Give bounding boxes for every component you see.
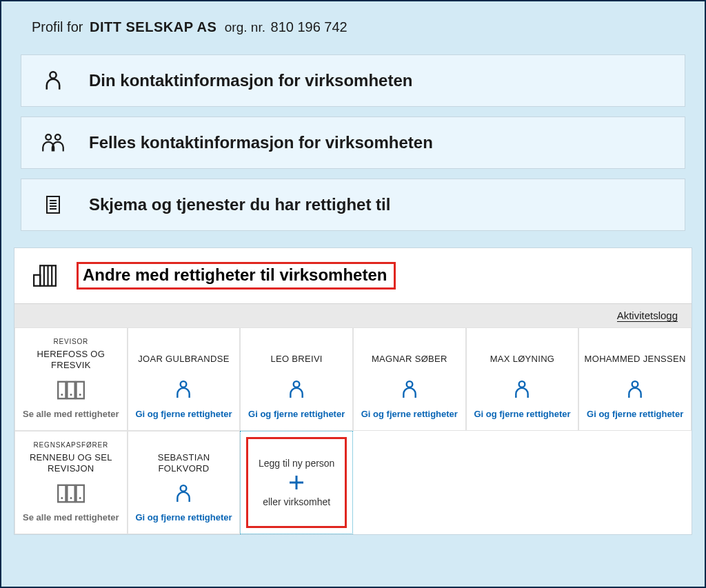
card-action-link[interactable]: Se alle med rettigheter — [23, 409, 119, 419]
org-number: 810 196 742 — [271, 19, 347, 34]
rights-card[interactable]: REVISORHEREFOSS OG FRESVIKSe alle med re… — [14, 327, 128, 431]
person-icon — [41, 70, 65, 91]
person-icon — [401, 374, 418, 405]
add-line2: eller virksomhet — [263, 496, 330, 507]
card-action-link[interactable]: Gi og fjerne rettigheter — [248, 409, 345, 419]
card-name: LEO BREIVI — [271, 349, 323, 369]
card-name: SEBASTIAN FOLKVORD — [132, 452, 236, 475]
rights-card[interactable]: MAX LØYNINGGi og fjerne rettigheter — [466, 327, 579, 431]
org-number-label: org. nr. — [225, 20, 265, 34]
card-role: REVISOR — [54, 338, 89, 346]
card-action-link[interactable]: Gi og fjerne rettigheter — [587, 409, 683, 419]
section-title-highlight: Andre med rettigheter til virksomheten — [77, 262, 396, 290]
panel-label: Felles kontaktinformasjon for virksomhet… — [89, 133, 433, 152]
section-title: Andre med rettigheter til virksomheten — [83, 265, 387, 284]
add-person-or-org[interactable]: Legg til ny personeller virksomhet — [240, 431, 353, 534]
plus-icon — [287, 473, 306, 492]
card-action-link[interactable]: Gi og fjerne rettigheter — [474, 409, 570, 419]
card-name: HEREFOSS OG FRESVIK — [19, 349, 123, 372]
rights-card[interactable]: JOAR GULBRANDSEGi og fjerne rettigheter — [128, 327, 241, 431]
panel-forms-rights[interactable]: Skjema og tjenester du har rettighet til — [21, 179, 685, 231]
card-name: JOAR GULBRANDSE — [138, 349, 229, 369]
card-action-link[interactable]: Gi og fjerne rettigheter — [361, 409, 458, 419]
card-name: MAX LØYNING — [490, 349, 555, 369]
profile-header: Profil for DITT SELSKAP AS org. nr. 810 … — [32, 19, 691, 35]
books-icon — [55, 479, 87, 509]
card-name: MOHAMMED JENSSEN — [585, 349, 686, 369]
activity-log-link[interactable]: Aktivitetslogg — [617, 310, 678, 322]
building-icon — [31, 264, 61, 287]
company-name: DITT SELSKAP AS — [90, 19, 216, 34]
books-icon — [55, 376, 87, 405]
profile-prefix: Profil for — [32, 19, 83, 34]
rights-card[interactable]: LEO BREIVIGi og fjerne rettigheter — [240, 327, 353, 431]
card-name: RENNEBU OG SEL REVISJON — [19, 452, 123, 475]
card-name: MAGNAR SØBER — [372, 349, 447, 369]
rights-card[interactable]: REGNSKAPSFØRERRENNEBU OG SEL REVISJONSe … — [14, 431, 128, 534]
panel-shared-contact[interactable]: Felles kontaktinformasjon for virksomhet… — [21, 116, 685, 169]
section-toolbar: Aktivitetslogg — [14, 303, 692, 327]
people-icon — [41, 132, 65, 153]
panel-own-contact[interactable]: Din kontaktinformasjon for virksomheten — [21, 54, 685, 107]
person-icon — [513, 374, 531, 405]
person-icon — [288, 374, 305, 405]
document-icon — [41, 194, 65, 215]
card-action-link[interactable]: Gi og fjerne rettigheter — [135, 409, 232, 419]
panel-label: Din kontaktinformasjon for virksomheten — [89, 71, 412, 90]
card-action-link[interactable]: Se alle med rettigheter — [23, 512, 119, 523]
person-icon — [626, 374, 644, 405]
person-icon — [174, 374, 192, 405]
card-action-link[interactable]: Gi og fjerne rettigheter — [135, 512, 232, 523]
person-icon — [174, 479, 192, 509]
card-role: REGNSKAPSFØRER — [34, 441, 108, 449]
rights-card[interactable]: SEBASTIAN FOLKVORDGi og fjerne rettighet… — [128, 431, 241, 534]
rights-card[interactable]: MAGNAR SØBERGi og fjerne rettigheter — [353, 327, 466, 431]
add-line1: Legg til ny person — [259, 458, 335, 469]
panel-label: Skjema og tjenester du har rettighet til — [89, 195, 390, 214]
section-others-with-rights: Andre med rettigheter til virksomheten A… — [14, 247, 692, 535]
rights-card[interactable]: MOHAMMED JENSSENGi og fjerne rettigheter — [578, 327, 692, 431]
